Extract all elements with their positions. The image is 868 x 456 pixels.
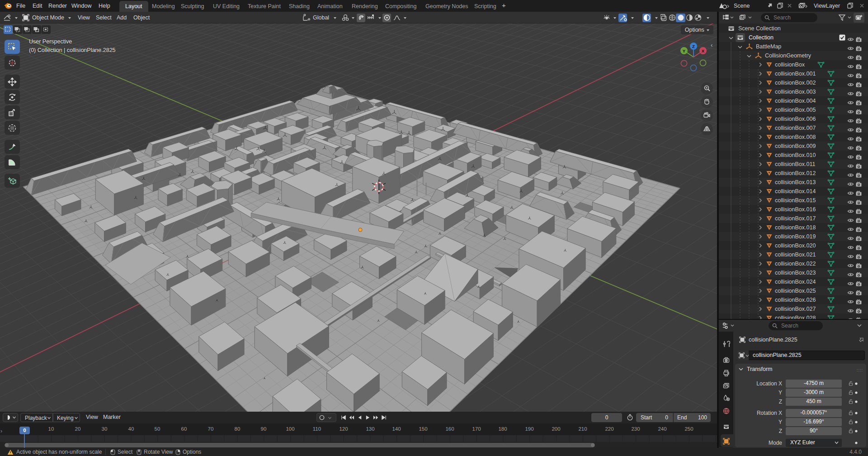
svg-text:Y: Y <box>683 48 686 53</box>
svg-text:Z: Z <box>692 44 695 49</box>
svg-text:X: X <box>702 48 705 53</box>
